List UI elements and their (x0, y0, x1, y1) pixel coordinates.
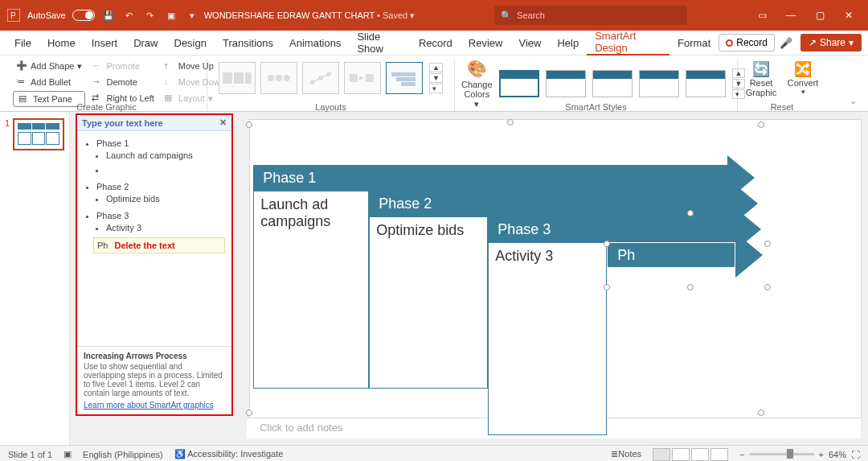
promote-button[interactable]: ←Promote (88, 59, 157, 73)
save-icon[interactable]: 💾 (101, 8, 116, 23)
autosave-toggle[interactable] (72, 10, 95, 21)
sa-phase3-bar[interactable]: Phase 3 (488, 216, 734, 242)
fit-to-window-icon[interactable]: ⛶ (851, 450, 860, 459)
layouts-gallery[interactable]: ▲ ▼ ▾ (219, 59, 443, 97)
smartart-graphic[interactable]: Phase 1 Launch ad campaigns Phase 2 Opti… (253, 165, 840, 422)
tab-file[interactable]: File (6, 31, 39, 56)
gallery-down-icon[interactable]: ▼ (429, 73, 443, 83)
layout-thumb[interactable] (344, 62, 381, 94)
selection-handle[interactable] (246, 121, 252, 128)
tp-item[interactable]: Optimize bids (106, 191, 225, 206)
gallery-up-icon[interactable]: ▲ (429, 63, 443, 72)
tab-slideshow[interactable]: Slide Show (349, 31, 411, 56)
change-colors-button[interactable]: 🎨 Change Colors ▾ (461, 59, 493, 109)
collapse-ribbon-icon[interactable]: ⌄ (845, 91, 862, 111)
demote-button[interactable]: →Demote (88, 75, 157, 89)
ribbon-mode-icon[interactable]: ▭ (749, 6, 775, 25)
tab-insert[interactable]: Insert (84, 31, 126, 56)
present-icon[interactable]: ▣ (164, 8, 178, 23)
zoom-out-icon[interactable]: − (739, 450, 744, 459)
tp-item-editing[interactable]: Ph Delete the text (93, 237, 225, 253)
tab-draw[interactable]: Draw (125, 31, 166, 56)
style-thumb[interactable] (499, 70, 539, 97)
selection-handle[interactable] (246, 410, 252, 416)
tab-home[interactable]: Home (39, 31, 84, 56)
tab-review[interactable]: Review (461, 31, 511, 56)
add-shape-button[interactable]: ➕Add Shape ▾ (13, 59, 85, 73)
zoom-slider[interactable] (750, 453, 814, 455)
tab-format[interactable]: Format (669, 31, 719, 56)
styles-gallery[interactable]: ▲ ▼ ▾ (499, 65, 746, 102)
zoom-in-icon[interactable]: + (819, 450, 824, 459)
layout-thumb[interactable] (386, 62, 423, 94)
window-maximize-icon[interactable]: ▢ (807, 6, 833, 25)
tab-animations[interactable]: Animations (281, 31, 349, 56)
sa-phase4-bar[interactable]: Ph (607, 242, 735, 268)
selection-handle[interactable] (507, 119, 514, 126)
workspace: 1 Type your text here ✕ Phase 1 Launch a… (0, 112, 868, 445)
add-shape-icon: ➕ (16, 60, 27, 72)
sa-phase1-box[interactable]: Launch ad campaigns (253, 191, 369, 389)
sorter-view-icon[interactable] (672, 448, 690, 461)
slide-counter[interactable]: Slide 1 of 1 (8, 450, 52, 459)
tab-view[interactable]: View (510, 31, 549, 56)
mic-icon[interactable]: 🎤 (780, 37, 792, 49)
sa-phase2-bar[interactable]: Phase 2 (369, 191, 731, 216)
accessibility-indicator[interactable]: ♿ Accessibility: Investigate (174, 449, 284, 459)
tp-item[interactable]: Phase 2 Optimize bids (96, 179, 225, 208)
text-pane-close-icon[interactable]: ✕ (219, 117, 227, 128)
sa-phase1-bar[interactable]: Phase 1 (253, 165, 727, 191)
text-pane-body[interactable]: Phase 1 Launch ad campaigns Phase 2 Opti… (77, 131, 231, 346)
selection-handle[interactable] (758, 121, 764, 128)
redo-icon[interactable]: ↷ (143, 8, 158, 23)
style-thumb[interactable] (546, 70, 586, 97)
reset-icon: 🔄 (752, 60, 770, 78)
layout-thumb[interactable] (260, 62, 297, 94)
spell-icon[interactable]: ▣ (63, 449, 72, 459)
style-thumb[interactable] (686, 70, 726, 97)
tp-item[interactable]: Phase 3 Activity 3 (96, 208, 225, 237)
tab-design[interactable]: Design (166, 31, 215, 56)
gallery-more-icon[interactable]: ▾ (429, 84, 443, 93)
window-close-icon[interactable]: ✕ (836, 6, 862, 25)
language-indicator[interactable]: English (Philippines) (83, 450, 163, 459)
layout-thumb[interactable] (302, 62, 339, 94)
reset-graphic-button[interactable]: 🔄 Reset Graphic (744, 60, 778, 97)
sa-phase3-box[interactable]: Activity 3 (488, 242, 607, 435)
document-title[interactable]: WONDERSHARE EDRAW GANTT CHART • Saved ▾ (204, 10, 416, 21)
tab-record[interactable]: Record (411, 31, 461, 56)
selection-handle[interactable] (687, 284, 694, 290)
layout-thumb[interactable] (219, 62, 256, 94)
reading-view-icon[interactable] (691, 448, 709, 461)
style-thumb[interactable] (592, 70, 633, 97)
slideshow-view-icon[interactable] (710, 448, 728, 461)
tp-item[interactable]: Phase 1 Launch ad campaigns (96, 136, 225, 179)
tab-smartart-design[interactable]: SmartArt Design (587, 31, 669, 56)
add-bullet-button[interactable]: ≔Add Bullet (13, 75, 85, 89)
svg-point-5 (268, 75, 274, 81)
search-box[interactable]: 🔍 Search (494, 6, 687, 25)
tp-item[interactable]: Activity 3 (106, 220, 225, 235)
tp-item[interactable]: Launch ad campaigns (106, 148, 225, 163)
selection-handle[interactable] (764, 284, 771, 290)
tab-transitions[interactable]: Transitions (215, 31, 281, 56)
slide-thumbnail[interactable] (13, 118, 64, 150)
style-thumb[interactable] (639, 70, 679, 97)
slide[interactable]: Phase 1 Launch ad campaigns Phase 2 Opti… (250, 120, 861, 418)
convert-button[interactable]: 🔀 Convert▾ (786, 60, 820, 97)
tp-item[interactable] (106, 163, 225, 177)
selection-handle[interactable] (764, 241, 771, 247)
selection-handle[interactable] (604, 284, 610, 290)
share-button[interactable]: ↗Share▾ (800, 34, 862, 51)
undo-icon[interactable]: ↶ (122, 8, 137, 23)
notes-toggle[interactable]: ≣Notes (611, 449, 641, 459)
normal-view-icon[interactable] (653, 448, 670, 461)
learn-more-link[interactable]: Learn more about SmartArt graphics (84, 401, 214, 410)
zoom-percent[interactable]: 64% (829, 450, 846, 459)
tab-help[interactable]: Help (549, 31, 587, 56)
qat-more-icon[interactable]: ▾ (185, 8, 199, 23)
record-button[interactable]: Record (719, 34, 775, 51)
sa-phase2-box[interactable]: Optimize bids (369, 216, 488, 389)
slide-thumbnail-panel[interactable]: 1 (0, 112, 70, 445)
window-minimize-icon[interactable]: — (778, 6, 804, 25)
